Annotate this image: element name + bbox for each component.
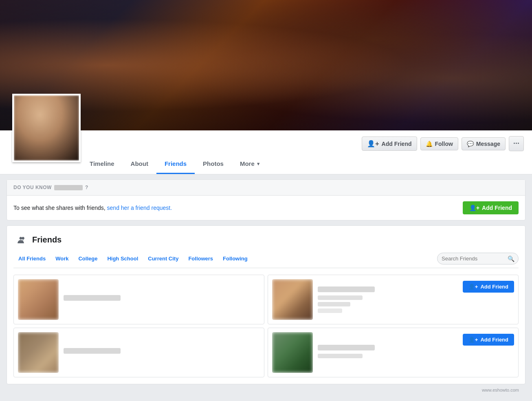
- profile-avatar[interactable]: [12, 94, 81, 162]
- friend-info: [64, 295, 260, 304]
- friend-name-redacted: [64, 348, 121, 354]
- friend-card: 👤+ Add Friend: [268, 275, 519, 324]
- friend-avatar-image: [272, 332, 313, 373]
- add-friend-label: Add Friend: [382, 141, 412, 147]
- friend-card: 👤+ Add Friend: [268, 328, 519, 377]
- friend-meta-redacted-3: [318, 308, 342, 313]
- tab-about-label: About: [131, 160, 148, 167]
- tab-friends-label: Friends: [165, 160, 187, 167]
- main-content: DO YOU KNOW ? To see what she shares wit…: [0, 179, 532, 396]
- filter-high-school[interactable]: High School: [102, 253, 143, 264]
- search-icon: 🔍: [508, 256, 514, 262]
- filter-current-city[interactable]: Current City: [143, 253, 183, 264]
- add-friend-button[interactable]: 👤+ Add Friend: [362, 137, 417, 151]
- friend-card-content: [272, 279, 458, 320]
- friend-meta-redacted: [318, 295, 363, 300]
- friend-avatar[interactable]: [272, 332, 313, 373]
- friends-title: Friends: [32, 235, 62, 245]
- add-friend-card-label: Add Friend: [480, 284, 508, 290]
- friends-section: Friends All Friends Work College High Sc…: [7, 225, 525, 384]
- follow-button[interactable]: 🔔 Follow: [420, 137, 458, 150]
- profile-nav: Timeline About Friends Photos More ▼: [81, 151, 532, 174]
- friend-meta-redacted-2: [318, 302, 350, 306]
- filter-work[interactable]: Work: [51, 253, 73, 264]
- friends-filters: All Friends Work College High School Cur…: [13, 253, 519, 268]
- filter-current-city-label: Current City: [148, 256, 178, 262]
- avatar-image: [14, 95, 79, 161]
- filter-college[interactable]: College: [73, 253, 102, 264]
- cover-area: 👤+ Add Friend 🔔 Follow 💬 Message ···: [0, 0, 532, 174]
- friend-card: [13, 328, 264, 377]
- message-icon: 💬: [467, 141, 474, 147]
- filter-high-school-label: High School: [107, 256, 138, 262]
- filter-followers[interactable]: Followers: [183, 253, 218, 264]
- send-friend-request-label: send her a friend request.: [107, 205, 172, 211]
- add-friend-card-label-2: Add Friend: [480, 337, 508, 343]
- add-friend-card-button[interactable]: 👤+ Add Friend: [463, 281, 514, 293]
- friend-avatar-image: [272, 279, 313, 320]
- friend-right: [318, 286, 458, 313]
- add-friend-card-icon-2: 👤+: [468, 337, 478, 343]
- watermark-text: www.eshowto.com: [482, 388, 519, 392]
- profile-inner: 👤+ Add Friend 🔔 Follow 💬 Message ···: [0, 130, 532, 174]
- tab-timeline-label: Timeline: [90, 160, 114, 167]
- tab-about[interactable]: About: [123, 154, 156, 174]
- tab-timeline[interactable]: Timeline: [81, 154, 123, 174]
- filter-all-label: All Friends: [18, 256, 46, 262]
- follow-label: Follow: [435, 141, 453, 147]
- send-friend-request-link[interactable]: send her a friend request.: [107, 205, 172, 211]
- add-friend-card-button-2[interactable]: 👤+ Add Friend: [463, 334, 514, 346]
- tab-friends[interactable]: Friends: [156, 154, 195, 174]
- friends-section-header: Friends: [13, 232, 519, 247]
- message-button[interactable]: 💬 Message: [462, 137, 506, 150]
- know-body: To see what she shares with friends, sen…: [7, 196, 525, 220]
- friend-name-redacted: [64, 295, 121, 301]
- filter-following[interactable]: Following: [218, 253, 253, 264]
- search-friends-button[interactable]: 🔍: [508, 256, 514, 262]
- friend-avatar[interactable]: [272, 279, 313, 320]
- follow-icon: 🔔: [426, 141, 433, 147]
- search-friends-input[interactable]: [437, 253, 519, 264]
- know-name-redacted: [54, 185, 83, 190]
- filter-work-label: Work: [55, 256, 68, 262]
- message-label: Message: [476, 141, 500, 147]
- know-body-text: To see what she shares with friends, sen…: [13, 205, 172, 211]
- filter-all-friends[interactable]: All Friends: [13, 253, 51, 264]
- friend-name-redacted: [318, 345, 375, 350]
- chevron-down-icon: ▼: [256, 161, 261, 166]
- friends-icon: [13, 232, 28, 247]
- friend-avatar-image: [18, 332, 59, 373]
- more-options-button[interactable]: ···: [509, 136, 524, 151]
- friend-avatar-image: [18, 279, 59, 320]
- friend-right: [318, 345, 458, 360]
- know-body-prefix: To see what she shares with friends,: [13, 205, 106, 211]
- tab-more[interactable]: More ▼: [232, 154, 269, 174]
- add-friend-green-label: Add Friend: [482, 205, 512, 211]
- friend-name-redacted: [318, 286, 375, 292]
- tab-photos-label: Photos: [203, 160, 224, 167]
- friend-card: [13, 275, 264, 324]
- add-friend-icon: 👤+: [367, 140, 379, 148]
- add-friend-card-icon: 👤+: [468, 284, 478, 290]
- tab-photos[interactable]: Photos: [195, 154, 232, 174]
- add-friend-green-button[interactable]: 👤+ Add Friend: [463, 201, 519, 214]
- watermark: www.eshowto.com: [7, 384, 525, 396]
- know-suffix: ?: [85, 185, 88, 190]
- friend-avatar[interactable]: [18, 279, 59, 320]
- friend-card-content: [272, 332, 458, 373]
- filter-followers-label: Followers: [188, 256, 213, 262]
- filter-following-label: Following: [223, 256, 248, 262]
- tab-more-label: More: [240, 160, 255, 167]
- friend-info: [64, 348, 260, 357]
- more-dots-label: ···: [513, 139, 519, 148]
- search-friends-wrap: 🔍: [437, 253, 519, 264]
- friend-avatar[interactable]: [18, 332, 59, 373]
- add-friend-green-icon: 👤+: [469, 205, 479, 211]
- filter-college-label: College: [78, 256, 97, 262]
- profile-section: 👤+ Add Friend 🔔 Follow 💬 Message ···: [0, 130, 532, 174]
- friends-grid: 👤+ Add Friend: [13, 275, 519, 377]
- friend-meta-redacted: [318, 354, 363, 358]
- know-header: DO YOU KNOW ?: [7, 180, 525, 196]
- know-prefix: DO YOU KNOW: [13, 185, 52, 190]
- know-banner: DO YOU KNOW ? To see what she shares wit…: [7, 179, 525, 220]
